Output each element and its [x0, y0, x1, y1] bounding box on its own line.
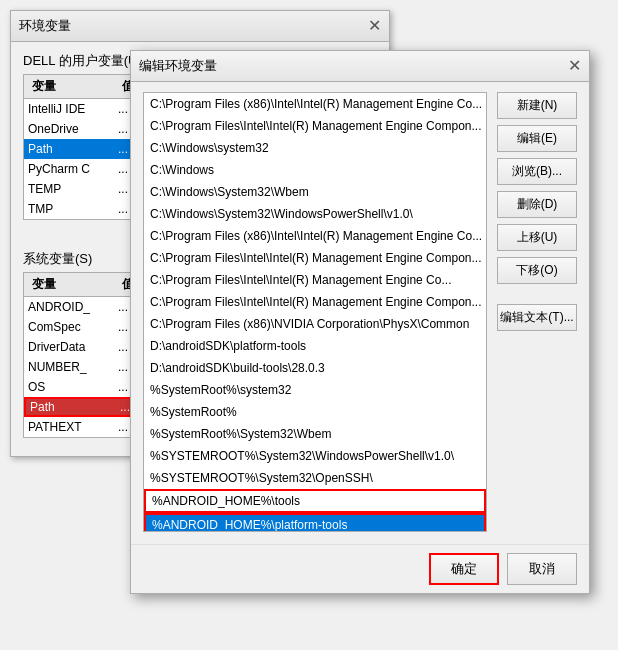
confirm-button[interactable]: 确定	[429, 553, 499, 585]
inner-window-title: 编辑环境变量	[139, 57, 217, 75]
edit-text-button[interactable]: 编辑文本(T)...	[497, 304, 577, 331]
list-item[interactable]: C:\Program Files\Intel\Intel(R) Manageme…	[144, 247, 486, 269]
delete-button[interactable]: 删除(D)	[497, 191, 577, 218]
inner-content: C:\Program Files (x86)\Intel\Intel(R) Ma…	[131, 82, 589, 544]
list-item[interactable]: %SystemRoot%\System32\Wbem	[144, 423, 486, 445]
user-col-name-header: 变量	[28, 77, 118, 96]
list-item[interactable]: C:\Windows\system32	[144, 137, 486, 159]
browse-button[interactable]: 浏览(B)...	[497, 158, 577, 185]
edit-button[interactable]: 编辑(E)	[497, 125, 577, 152]
list-item[interactable]: C:\Program Files\Intel\Intel(R) Manageme…	[144, 115, 486, 137]
inner-edit-window: 编辑环境变量 ✕ C:\Program Files (x86)\Intel\In…	[130, 50, 590, 594]
list-item[interactable]: %SystemRoot%	[144, 401, 486, 423]
list-item[interactable]: C:\Windows\System32\WindowsPowerShell\v1…	[144, 203, 486, 225]
list-item[interactable]: D:\androidSDK\build-tools\28.0.3	[144, 357, 486, 379]
android-home-platform-tools-item[interactable]: %ANDROID_HOME%\platform-tools	[144, 513, 486, 532]
new-button[interactable]: 新建(N)	[497, 92, 577, 119]
list-item[interactable]: C:\Program Files (x86)\NVIDIA Corporatio…	[144, 313, 486, 335]
list-item[interactable]: C:\Program Files (x86)\Intel\Intel(R) Ma…	[144, 93, 486, 115]
outer-close-button[interactable]: ✕	[368, 18, 381, 34]
outer-title-bar: 环境变量 ✕	[11, 11, 389, 42]
action-buttons: 新建(N) 编辑(E) 浏览(B)... 删除(D) 上移(U) 下移(O) 编…	[497, 92, 577, 532]
inner-bottom-bar: 确定 取消	[131, 544, 589, 593]
list-item[interactable]: C:\Windows\System32\Wbem	[144, 181, 486, 203]
outer-window-title: 环境变量	[19, 17, 71, 35]
list-item[interactable]: D:\androidSDK\platform-tools	[144, 335, 486, 357]
android-home-tools-item[interactable]: %ANDROID_HOME%\tools	[144, 489, 486, 513]
cancel-button[interactable]: 取消	[507, 553, 577, 585]
list-item[interactable]: %SYSTEMROOT%\System32\WindowsPowerShell\…	[144, 445, 486, 467]
inner-title-bar: 编辑环境变量 ✕	[131, 51, 589, 82]
list-item[interactable]: C:\Program Files\Intel\Intel(R) Manageme…	[144, 291, 486, 313]
inner-close-button[interactable]: ✕	[568, 58, 581, 74]
list-item[interactable]: %SYSTEMROOT%\System32\OpenSSH\	[144, 467, 486, 489]
list-item[interactable]: C:\Program Files (x86)\Intel\Intel(R) Ma…	[144, 225, 486, 247]
system-col-name-header: 变量	[28, 275, 118, 294]
move-down-button[interactable]: 下移(O)	[497, 257, 577, 284]
path-list[interactable]: C:\Program Files (x86)\Intel\Intel(R) Ma…	[143, 92, 487, 532]
list-item[interactable]: %SystemRoot%\system32	[144, 379, 486, 401]
list-item[interactable]: C:\Windows	[144, 159, 486, 181]
list-item[interactable]: C:\Program Files\Intel\Intel(R) Manageme…	[144, 269, 486, 291]
move-up-button[interactable]: 上移(U)	[497, 224, 577, 251]
